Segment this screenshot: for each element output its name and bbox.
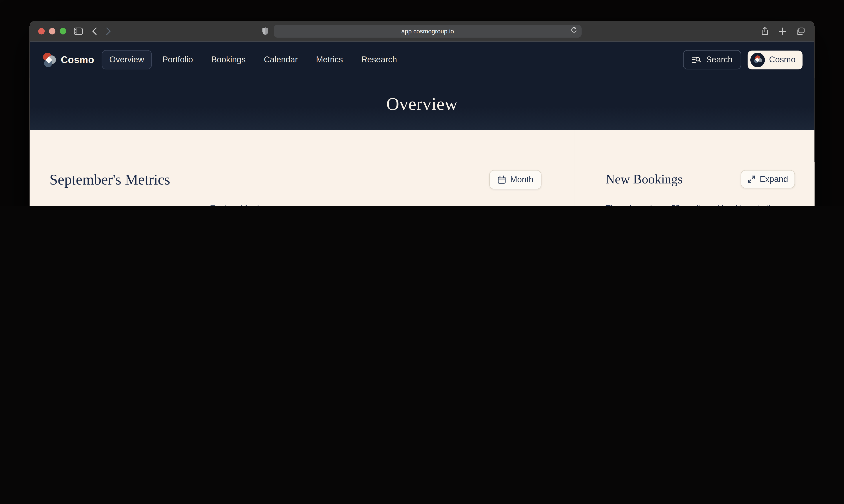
expand-button[interactable]: Expand bbox=[741, 170, 795, 188]
account-label: Cosmo bbox=[769, 55, 795, 65]
expand-icon bbox=[748, 175, 755, 183]
period-select-button[interactable]: Month bbox=[489, 170, 542, 190]
search-button[interactable]: Search bbox=[683, 50, 741, 69]
nav-item[interactable]: Calendar bbox=[256, 50, 305, 69]
explore-metrics-link[interactable]: Explore Metrics bbox=[210, 204, 278, 206]
page-hero: Overview bbox=[30, 78, 814, 130]
back-button[interactable] bbox=[92, 28, 97, 35]
screenshot-stage: app.cosmogroup.io bbox=[0, 0, 844, 206]
calendar-icon bbox=[497, 175, 506, 184]
forward-button[interactable] bbox=[106, 28, 111, 35]
metrics-section: September's Metrics Month bbox=[30, 130, 574, 206]
nav-item[interactable]: Bookings bbox=[204, 50, 253, 69]
new-bookings-panel: New Bookings Expand There have been 38 c… bbox=[574, 130, 814, 206]
search-label: Search bbox=[706, 55, 732, 65]
nav-item[interactable]: Metrics bbox=[309, 50, 351, 69]
address-bar[interactable]: app.cosmogroup.io bbox=[274, 25, 582, 38]
browser-window: app.cosmogroup.io bbox=[30, 21, 814, 206]
reload-icon[interactable] bbox=[571, 27, 577, 35]
account-button[interactable]: Cosmo bbox=[748, 50, 803, 69]
zoom-window-button[interactable] bbox=[60, 28, 66, 34]
brand[interactable]: Cosmo bbox=[41, 53, 94, 67]
close-window-button[interactable] bbox=[38, 28, 45, 34]
browser-chrome: app.cosmogroup.io bbox=[30, 21, 814, 41]
traffic-lights bbox=[38, 28, 66, 34]
nav-item[interactable]: Research bbox=[354, 50, 404, 69]
brand-name: Cosmo bbox=[61, 54, 94, 65]
search-list-icon bbox=[691, 56, 701, 64]
nav-item[interactable]: Overview bbox=[102, 50, 152, 69]
page-title: Overview bbox=[386, 94, 458, 114]
bookings-summary: There have been 38 confirmed bookings in… bbox=[605, 201, 793, 206]
nav-item[interactable]: Portfolio bbox=[155, 50, 200, 69]
sidebar-toggle-icon[interactable] bbox=[74, 28, 83, 35]
new-tab-icon[interactable] bbox=[779, 28, 787, 35]
expand-label: Expand bbox=[760, 174, 788, 184]
metrics-heading: September's Metrics bbox=[50, 171, 170, 188]
tab-overview-icon[interactable] bbox=[796, 28, 805, 35]
nav-items: OverviewPortfolioBookingsCalendarMetrics… bbox=[102, 50, 404, 69]
url-text: app.cosmogroup.io bbox=[401, 28, 454, 34]
period-label: Month bbox=[510, 175, 533, 184]
explore-metrics-label: Explore Metrics bbox=[210, 204, 267, 206]
new-bookings-heading: New Bookings bbox=[605, 172, 683, 186]
share-icon[interactable] bbox=[761, 27, 769, 35]
shield-icon bbox=[262, 28, 268, 35]
app-navbar: Cosmo OverviewPortfolioBookingsCalendarM… bbox=[30, 41, 814, 78]
account-avatar-icon bbox=[750, 53, 765, 67]
minimize-window-button[interactable] bbox=[49, 28, 55, 34]
cosmo-logo-icon bbox=[41, 53, 56, 67]
